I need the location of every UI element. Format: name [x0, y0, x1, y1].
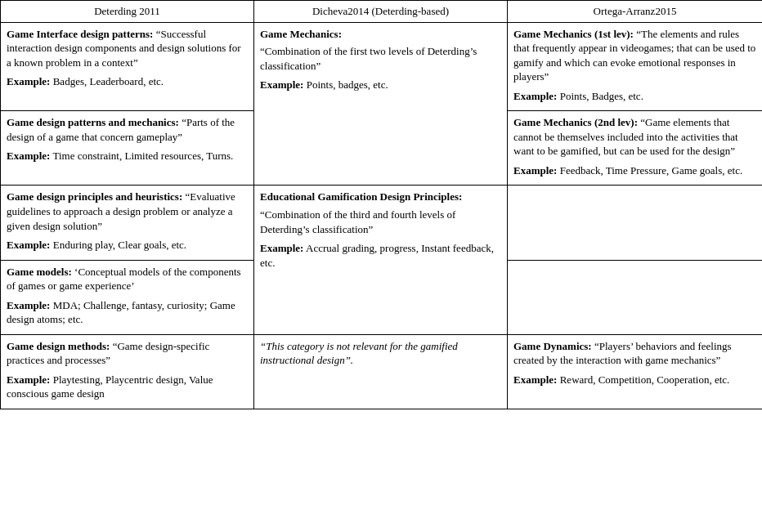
row5-col3-example-label: Example: [513, 373, 557, 386]
row3-col1: Game design principles and heuristics: “… [1, 186, 254, 260]
row3-col1-title: Game design principles and heuristics: [7, 190, 182, 203]
row3-col2-title: Educational Gamification Design Principl… [260, 190, 462, 203]
row1-col3-example-label: Example: [513, 90, 557, 102]
row2-col1-example-text: Time constraint, Limited resources, Turn… [52, 150, 233, 162]
row2-col3-example-text: Feedback, Time Pressure, Game goals, etc… [560, 164, 742, 177]
row1-col3-example-text: Points, Badges, etc. [560, 90, 643, 102]
row1-col3: Game Mechanics (1st lev): “The elements … [508, 22, 763, 111]
row4-col1-title: Game models: [7, 266, 72, 278]
row5-col1-title: Game design methods: [7, 340, 110, 352]
table-row: Game design methods: “Game design-specif… [1, 334, 763, 409]
row4-col3 [508, 260, 763, 334]
comparison-table: Deterding 2011 Dicheva2014 (Deterding-ba… [0, 0, 762, 409]
row5-col3-example-text: Reward, Competition, Cooperation, etc. [560, 373, 730, 386]
row2-col1: Game design patterns and mechanics: “Par… [1, 111, 254, 186]
row2-col1-example-label: Example: [7, 150, 50, 162]
row3-col1-example-label: Example: [7, 239, 50, 251]
row2-col3-title: Game Mechanics (2nd lev): [513, 116, 638, 128]
row3-col2-desc: “Combination of the third and fourth lev… [260, 208, 455, 235]
table-row: Game design principles and heuristics: “… [1, 186, 763, 260]
row3-col2-example-label: Example: [260, 242, 303, 254]
row4-col1-example-label: Example: [7, 299, 50, 311]
main-container: Deterding 2011 Dicheva2014 (Deterding-ba… [0, 0, 762, 532]
row3-col1-example-text: Enduring play, Clear goals, etc. [53, 239, 186, 251]
row4-col1: Game models: ‘Conceptual models of the c… [1, 260, 254, 334]
row2-col3-example-label: Example: [513, 164, 557, 177]
row5-col3-title: Game Dynamics: [513, 340, 592, 352]
row5-col2-italic: “This category is not relevant for the g… [260, 340, 458, 367]
row1-col2: Game Mechanics: “Combination of the firs… [254, 22, 508, 186]
row1-col1: Game Interface design patterns: “Success… [1, 22, 254, 111]
row1-col2-desc: “Combination of the first two levels of … [260, 45, 477, 72]
row2-col1-title: Game design patterns and mechanics: [7, 116, 179, 128]
row5-col1-example-label: Example: [7, 373, 50, 386]
header-col3: Ortega-Arranz2015 [508, 1, 763, 23]
header-col1: Deterding 2011 [1, 1, 254, 23]
header-col2: Dicheva2014 (Deterding-based) [254, 1, 508, 23]
row1-col1-title: Game Interface design patterns: [7, 28, 153, 40]
row1-col2-example-label: Example: [260, 78, 303, 91]
header-row: Deterding 2011 Dicheva2014 (Deterding-ba… [1, 1, 763, 23]
row1-col2-title: Game Mechanics: [260, 28, 342, 40]
row1-col3-title: Game Mechanics (1st lev): [513, 28, 634, 40]
row3-col3 [508, 186, 763, 260]
row2-col3: Game Mechanics (2nd lev): “Game elements… [508, 111, 763, 186]
row1-col1-example-label: Example: [7, 75, 50, 87]
row3-col2: Educational Gamification Design Principl… [254, 186, 508, 334]
row5-col3: Game Dynamics: “Players’ behaviors and f… [508, 334, 763, 409]
table-row: Game Interface design patterns: “Success… [1, 22, 763, 111]
row5-col2: “This category is not relevant for the g… [254, 334, 508, 409]
row1-col2-example-text: Points, badges, etc. [307, 78, 388, 91]
row5-col1: Game design methods: “Game design-specif… [1, 334, 254, 409]
row1-col1-example-text: Badges, Leaderboard, etc. [53, 75, 164, 87]
